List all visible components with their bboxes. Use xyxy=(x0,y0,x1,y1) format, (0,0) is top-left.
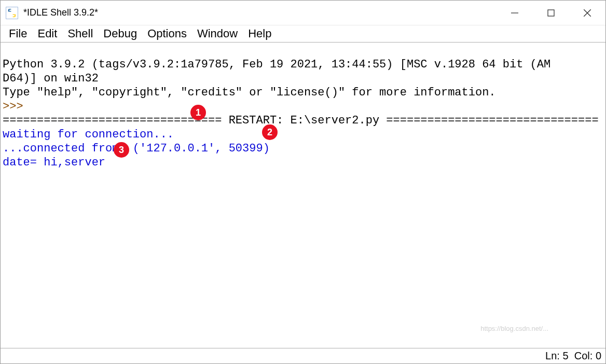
menu-options[interactable]: Options xyxy=(142,26,192,41)
menu-bar: File Edit Shell Debug Options Window Hel… xyxy=(1,25,605,42)
output-line: date= hi,server xyxy=(3,156,105,169)
svg-rect-2 xyxy=(548,10,554,16)
minimize-button[interactable] xyxy=(497,1,533,25)
shell-text[interactable]: Python 3.9.2 (tags/v3.9.2:1a79785, Feb 1… xyxy=(1,43,605,186)
annotation-bubble-3: 3 xyxy=(114,142,129,158)
output-line: ...connected from: ('127.0.0.1', 50399) xyxy=(3,142,270,155)
banner-line: Python 3.9.2 (tags/v3.9.2:1a79785, Feb 1… xyxy=(3,58,550,71)
banner-line: D64)] on win32 xyxy=(3,72,99,85)
shell-scroll[interactable]: Python 3.9.2 (tags/v3.9.2:1a79785, Feb 1… xyxy=(1,43,605,348)
status-col-value: 0 xyxy=(596,350,601,362)
menu-file[interactable]: File xyxy=(4,26,32,41)
output-line: waiting for connection... xyxy=(3,128,174,141)
restart-line: ================================ RESTART… xyxy=(3,114,599,127)
annotation-bubble-2: 2 xyxy=(262,124,278,140)
window-title: *IDLE Shell 3.9.2* xyxy=(23,7,98,18)
close-button[interactable] xyxy=(569,1,605,25)
menu-window[interactable]: Window xyxy=(192,26,243,41)
menu-shell[interactable]: Shell xyxy=(62,26,98,41)
prompt: >>> xyxy=(3,100,30,113)
menu-help[interactable]: Help xyxy=(243,26,277,41)
annotation-bubble-1: 1 xyxy=(190,105,206,120)
status-col-label: Col: xyxy=(574,350,593,362)
shell-area: Python 3.9.2 (tags/v3.9.2:1a79785, Feb 1… xyxy=(1,42,605,348)
title-bar[interactable]: *IDLE Shell 3.9.2* xyxy=(1,1,605,25)
banner-line: Type "help", "copyright", "credits" or "… xyxy=(3,86,496,99)
status-bar: Ln: 5 Col: 0 xyxy=(1,348,605,363)
idle-window: *IDLE Shell 3.9.2* File Edit Shell Debug… xyxy=(0,0,606,364)
app-icon xyxy=(1,6,23,20)
maximize-button[interactable] xyxy=(533,1,569,25)
status-ln-value: 5 xyxy=(562,350,568,362)
svg-rect-0 xyxy=(6,7,18,19)
menu-debug[interactable]: Debug xyxy=(98,26,142,41)
menu-edit[interactable]: Edit xyxy=(32,26,62,41)
status-ln-label: Ln: xyxy=(545,350,560,362)
